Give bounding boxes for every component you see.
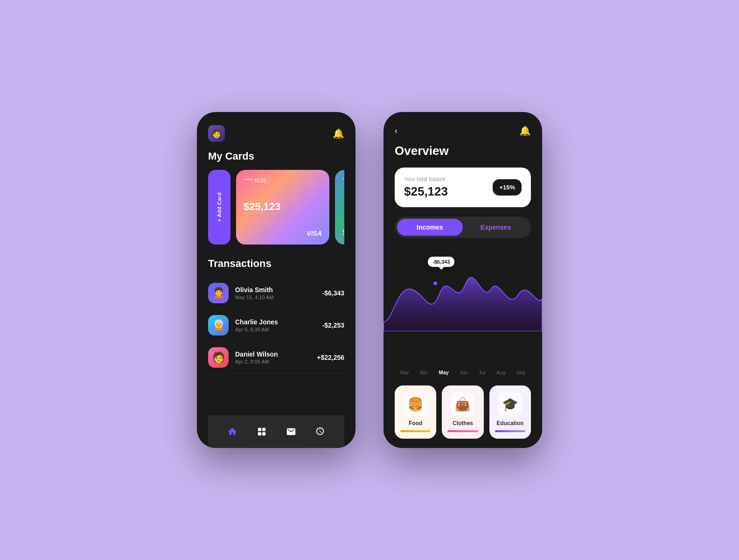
categories-row: 🍔 Food 👜 Clothes 🎓 Education <box>383 379 542 448</box>
overview-title: Overview <box>383 144 542 158</box>
olivia-amount: -$6,343 <box>322 289 344 297</box>
spending-chart <box>383 247 542 331</box>
daniel-amount: +$22,256 <box>317 354 344 361</box>
clothes-icon: 👜 <box>451 392 475 416</box>
right-phone: ‹ 🔔 Overview Your total balace $25,123 +… <box>383 112 542 448</box>
education-label: Education <box>496 420 523 427</box>
balance-label: Your total balace <box>404 176 448 182</box>
transaction-item[interactable]: 🧑‍🦳 Charlie Jones Apr 6, 6:30 AM -$2,253 <box>208 309 344 342</box>
bottom-nav <box>208 415 344 448</box>
daniel-date: Apr 2, 9:05 AM <box>235 359 310 364</box>
charlie-date: Apr 6, 6:30 AM <box>235 327 316 332</box>
olivia-name: Olivia Smith <box>235 286 316 294</box>
balance-card: Your total balace $25,123 +15% <box>395 168 531 207</box>
income-expense-toggle[interactable]: Incomes Expenses <box>395 217 531 238</box>
clothes-label: Clothes <box>453 420 473 427</box>
chart-area: -$6,343 <box>383 247 542 366</box>
nav-transfer-icon[interactable] <box>253 423 270 440</box>
daniel-avatar: 🧑 <box>208 347 229 368</box>
charlie-avatar: 🧑‍🦳 <box>208 315 229 336</box>
svg-rect-2 <box>258 432 261 435</box>
balance-amount: $25,123 <box>404 184 448 199</box>
food-label: Food <box>409 420 422 427</box>
daniel-info: Daniel Wilson Apr 2, 9:05 AM <box>235 350 310 364</box>
secondary-card[interactable]: **** 4836 $10,23 <box>335 170 344 245</box>
add-card-label: + Add Card <box>216 192 222 222</box>
avatar: 🧑 <box>208 125 225 142</box>
nav-home-icon[interactable] <box>224 423 241 440</box>
visa-label: VISA <box>307 230 322 237</box>
olivia-avatar: 🧑‍🦱 <box>208 283 229 303</box>
right-top-bar: ‹ 🔔 <box>383 112 542 144</box>
left-phone: 🧑 🔔 My Cards + Add Card **** 4639 $25,12… <box>197 112 356 448</box>
svg-rect-0 <box>258 428 261 431</box>
chart-months: Mar Apr May Jun Jul Aug Sep <box>383 366 542 379</box>
olivia-info: Olivia Smith May 15, 4:10 AM <box>235 286 316 300</box>
notification-bell-icon-right[interactable]: 🔔 <box>519 125 531 136</box>
daniel-name: Daniel Wilson <box>235 350 310 358</box>
category-education[interactable]: 🎓 Education <box>489 385 531 439</box>
card-amount-secondary: $10,23 <box>342 229 344 237</box>
left-top-bar: 🧑 🔔 <box>208 125 344 142</box>
food-icon: 🍔 <box>404 392 428 416</box>
nav-analytics-icon[interactable] <box>312 423 329 440</box>
incomes-tab[interactable]: Incomes <box>397 219 463 236</box>
svg-rect-1 <box>262 428 265 431</box>
education-icon: 🎓 <box>498 392 522 416</box>
svg-rect-3 <box>262 432 265 435</box>
my-cards-title: My Cards <box>208 150 344 162</box>
back-button[interactable]: ‹ <box>395 126 397 136</box>
transaction-item[interactable]: 🧑‍🦱 Olivia Smith May 15, 4:10 AM -$6,343 <box>208 277 344 309</box>
add-card-button[interactable]: + Add Card <box>208 170 230 245</box>
month-apr: Apr <box>420 370 428 375</box>
card-number-primary: **** 4639 <box>244 177 322 184</box>
transaction-item[interactable]: 🧑 Daniel Wilson Apr 2, 9:05 AM +$22,256 <box>208 342 344 374</box>
percent-badge: +15% <box>493 179 522 196</box>
nav-messages-icon[interactable] <box>283 423 300 440</box>
expenses-tab[interactable]: Expenses <box>463 219 529 236</box>
card-number-secondary: **** 4836 <box>342 177 344 182</box>
month-jul: Jul <box>479 370 485 375</box>
month-jun: Jun <box>460 370 468 375</box>
month-aug: Aug <box>496 370 506 375</box>
category-clothes[interactable]: 👜 Clothes <box>442 385 483 439</box>
month-may: May <box>439 370 448 375</box>
olivia-date: May 15, 4:10 AM <box>235 294 316 300</box>
month-mar: Mar <box>400 370 409 375</box>
charlie-info: Charlie Jones Apr 6, 6:30 AM <box>235 318 316 332</box>
category-food[interactable]: 🍔 Food <box>395 385 436 439</box>
charlie-name: Charlie Jones <box>235 318 316 326</box>
transactions-title: Transactions <box>208 258 344 270</box>
month-sep: Sep <box>516 370 526 375</box>
charlie-amount: -$2,253 <box>322 322 344 329</box>
cards-row: + Add Card **** 4639 $25,123 VISA **** 4… <box>208 170 344 245</box>
transactions-list: 🧑‍🦱 Olivia Smith May 15, 4:10 AM -$6,343… <box>208 277 344 415</box>
card-amount-primary: $25,123 <box>244 201 322 213</box>
chart-dot <box>433 281 437 285</box>
primary-card[interactable]: **** 4639 $25,123 VISA <box>236 170 329 245</box>
notification-bell-icon[interactable]: 🔔 <box>333 128 344 139</box>
chart-tooltip: -$6,343 <box>428 257 454 267</box>
